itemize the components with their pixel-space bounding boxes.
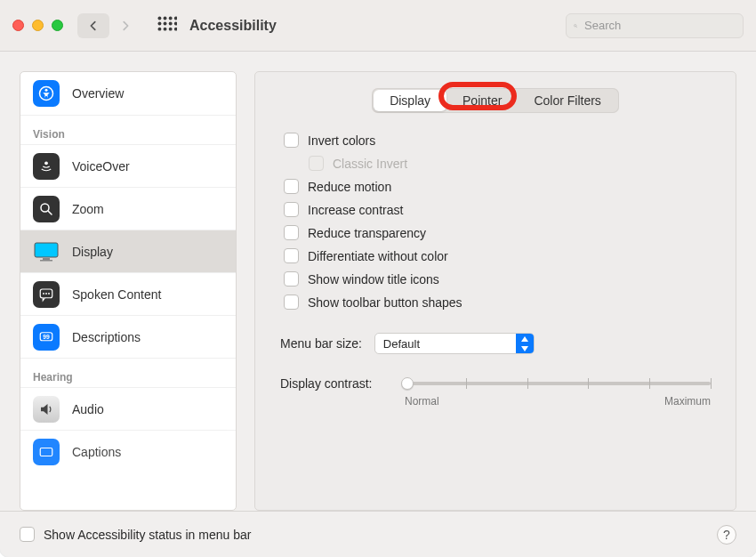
slider-min-label: Normal — [405, 395, 439, 408]
svg-point-4 — [157, 21, 161, 25]
select-value: Default — [375, 337, 516, 351]
minimize-window-button[interactable] — [32, 20, 44, 31]
menu-bar-size-row: Menu bar size: Default — [280, 333, 711, 354]
sidebar-item-label: Captions — [72, 445, 121, 459]
sidebar-item-label: Display — [72, 245, 113, 259]
window-body: Overview Vision VoiceOver Zoom — [0, 52, 756, 511]
sidebar-item-audio[interactable]: Audio — [20, 387, 236, 430]
checkbox-show-toolbar-shapes[interactable]: Show toolbar button shapes — [284, 295, 711, 310]
checkbox-differentiate-without-color[interactable]: Differentiate without color — [284, 248, 711, 263]
slider-thumb[interactable] — [401, 377, 414, 390]
svg-line-18 — [48, 211, 52, 214]
svg-point-1 — [164, 16, 167, 20]
checkbox-show-title-icons[interactable]: Show window title icons — [284, 271, 711, 287]
display-contrast-section: Display contrast: Normal Maximum — [280, 374, 711, 408]
svg-line-13 — [576, 26, 577, 27]
checkbox-reduce-transparency[interactable]: Reduce transparency — [284, 225, 711, 240]
label-text: Show window title icons — [308, 272, 439, 287]
svg-text:99: 99 — [43, 333, 50, 339]
sidebar-item-display[interactable]: Display — [20, 230, 236, 272]
svg-point-3 — [174, 16, 177, 20]
svg-point-15 — [45, 89, 48, 92]
sidebar: Overview Vision VoiceOver Zoom — [20, 71, 237, 511]
label-text: Increase contrast — [308, 203, 403, 217]
search-icon — [574, 20, 577, 32]
sidebar-item-label: Overview — [72, 86, 124, 101]
descriptions-icon: 99 — [33, 324, 60, 351]
voiceover-icon — [33, 153, 60, 180]
chevron-left-icon — [87, 20, 100, 32]
sidebar-item-voiceover[interactable]: VoiceOver — [20, 144, 236, 187]
toolbar: Accessibility — [0, 0, 756, 52]
back-button[interactable] — [77, 13, 109, 38]
audio-icon — [33, 396, 60, 423]
checkbox-show-status-menubar[interactable]: Show Accessibility status in menu bar — [20, 527, 251, 542]
menu-bar-size-select[interactable]: Default — [374, 333, 535, 354]
spoken-content-icon — [33, 281, 60, 308]
checkbox-classic-invert: Classic Invert — [309, 156, 711, 171]
select-stepper — [516, 334, 534, 353]
label-text: Reduce transparency — [308, 226, 426, 240]
sidebar-item-label: Descriptions — [72, 330, 141, 344]
footer: Show Accessibility status in menu bar ? — [0, 511, 756, 557]
label-text: Show Accessibility status in menu bar — [44, 528, 251, 542]
show-all-button[interactable] — [157, 16, 177, 36]
nav-controls — [77, 13, 141, 38]
sidebar-item-label: Spoken Content — [72, 287, 161, 302]
svg-rect-20 — [43, 258, 50, 260]
svg-point-17 — [41, 204, 49, 212]
svg-point-7 — [174, 21, 177, 25]
overview-icon — [33, 80, 60, 107]
window-controls — [12, 20, 63, 31]
display-contrast-slider[interactable] — [405, 374, 711, 393]
svg-rect-19 — [35, 243, 58, 257]
sidebar-item-captions[interactable]: Captions — [20, 430, 236, 472]
svg-point-11 — [174, 27, 177, 30]
search-field[interactable] — [566, 13, 744, 38]
tab-color-filters[interactable]: Color Filters — [518, 90, 616, 111]
checkbox-increase-contrast[interactable]: Increase contrast — [284, 202, 711, 217]
sidebar-heading-hearing: Hearing — [20, 358, 236, 387]
svg-point-10 — [169, 27, 173, 30]
display-options: Invert colors Classic Invert Reduce moti… — [284, 133, 711, 310]
accessibility-window: Accessibility Overview Vision — [0, 0, 756, 557]
label-text: Show toolbar button shapes — [308, 295, 462, 310]
sidebar-item-label: Zoom — [72, 202, 104, 216]
chevron-up-icon — [521, 336, 528, 342]
label-text: Classic Invert — [333, 157, 407, 171]
svg-rect-21 — [40, 260, 52, 262]
close-window-button[interactable] — [12, 20, 24, 31]
checkbox-reduce-motion[interactable]: Reduce motion — [284, 179, 711, 194]
chevron-right-icon — [119, 20, 132, 32]
forward-button[interactable] — [109, 13, 141, 38]
content-pane: Display Pointer Color Filters Invert col… — [254, 71, 736, 511]
display-tabs: Display Pointer Color Filters — [372, 88, 619, 113]
help-button[interactable]: ? — [717, 525, 736, 545]
tab-pointer[interactable]: Pointer — [446, 90, 518, 111]
window-title: Accessibility — [189, 18, 277, 34]
svg-point-8 — [157, 27, 161, 30]
captions-icon — [33, 439, 60, 465]
display-icon — [33, 238, 60, 265]
sidebar-item-overview[interactable]: Overview — [20, 72, 236, 115]
sidebar-item-descriptions[interactable]: 99 Descriptions — [20, 315, 236, 358]
svg-point-5 — [164, 21, 167, 25]
checkbox-invert-colors[interactable]: Invert colors — [284, 133, 711, 148]
menu-bar-size-label: Menu bar size: — [280, 336, 362, 351]
label-text: Invert colors — [308, 133, 375, 148]
svg-point-16 — [44, 161, 48, 165]
sidebar-item-zoom[interactable]: Zoom — [20, 187, 236, 230]
sidebar-item-spoken-content[interactable]: Spoken Content — [20, 272, 236, 315]
svg-point-9 — [164, 27, 167, 30]
zoom-icon — [33, 196, 60, 222]
svg-point-6 — [169, 21, 173, 25]
svg-rect-28 — [40, 448, 52, 456]
svg-point-24 — [45, 292, 47, 294]
tab-display[interactable]: Display — [374, 90, 446, 111]
svg-point-2 — [169, 16, 173, 20]
slider-max-label: Maximum — [664, 395, 711, 408]
zoom-window-button[interactable] — [52, 20, 63, 31]
display-contrast-label: Display contrast: — [280, 376, 396, 391]
sidebar-item-label: Audio — [72, 402, 104, 416]
search-input[interactable] — [583, 18, 736, 33]
